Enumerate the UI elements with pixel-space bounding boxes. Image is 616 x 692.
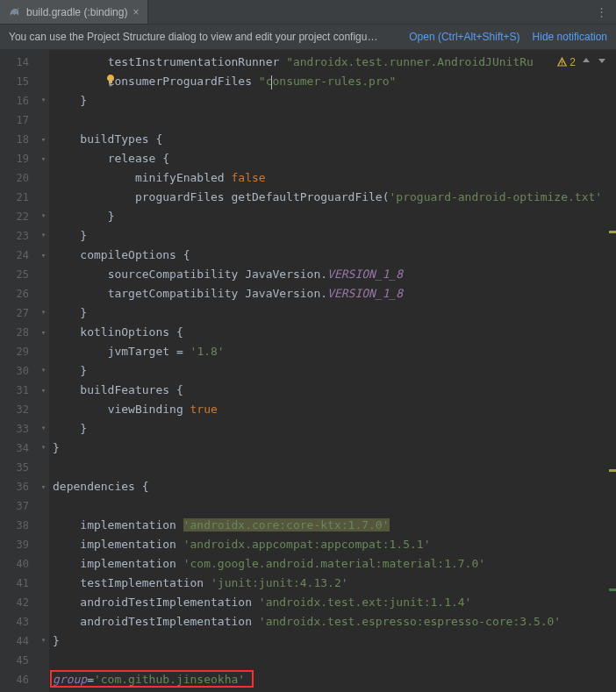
- line-number[interactable]: 14: [0, 53, 38, 72]
- line-number[interactable]: 33: [0, 419, 38, 439]
- line-number[interactable]: 31: [0, 381, 38, 400]
- fold-open-icon[interactable]: ▾: [39, 329, 47, 337]
- line-number[interactable]: 21: [0, 188, 38, 207]
- code-line[interactable]: implementation 'androidx.appcompat:appco…: [49, 535, 616, 554]
- code-line[interactable]: [49, 458, 616, 477]
- line-number[interactable]: 38: [0, 516, 38, 535]
- line-number[interactable]: 23: [0, 226, 38, 246]
- scrollbar-marker[interactable]: [609, 231, 616, 233]
- fold-cell[interactable]: [38, 554, 49, 574]
- fold-close-icon[interactable]: ▴: [39, 638, 47, 646]
- code-line[interactable]: }: [49, 226, 616, 246]
- line-number[interactable]: 44: [0, 631, 38, 651]
- code-line[interactable]: proguardFiles getDefaultProguardFile('pr…: [49, 188, 616, 207]
- fold-close-icon[interactable]: ▴: [39, 425, 47, 433]
- fold-cell[interactable]: [38, 535, 49, 554]
- editor-tab[interactable]: build.gradle (:binding) ×: [0, 0, 148, 24]
- line-number[interactable]: 28: [0, 323, 38, 342]
- line-number[interactable]: 15: [0, 72, 38, 91]
- fold-cell[interactable]: ▾: [38, 477, 49, 496]
- line-number[interactable]: 18: [0, 130, 38, 149]
- code-line[interactable]: targetCompatibility JavaVersion.VERSION_…: [49, 284, 616, 303]
- fold-cell[interactable]: ▴: [38, 361, 49, 381]
- code-line[interactable]: }: [49, 361, 616, 381]
- fold-cell[interactable]: [38, 72, 49, 91]
- line-number[interactable]: 26: [0, 284, 38, 303]
- code-line[interactable]: group='com.github.jinseokha': [49, 670, 616, 689]
- fold-open-icon[interactable]: ▾: [39, 252, 47, 260]
- line-number[interactable]: 29: [0, 342, 38, 361]
- fold-open-icon[interactable]: ▾: [39, 136, 47, 144]
- fold-close-icon[interactable]: ▴: [39, 367, 47, 375]
- fold-cell[interactable]: [38, 670, 49, 689]
- fold-cell[interactable]: [38, 400, 49, 419]
- hide-notification-link[interactable]: Hide notification: [533, 31, 607, 43]
- line-number[interactable]: 17: [0, 111, 38, 130]
- line-number[interactable]: 39: [0, 535, 38, 554]
- fold-cell[interactable]: [38, 53, 49, 72]
- open-project-structure-link[interactable]: Open (Ctrl+Alt+Shift+S): [409, 31, 519, 43]
- fold-cell[interactable]: [38, 651, 49, 670]
- scrollbar-marker[interactable]: [609, 469, 616, 472]
- line-number[interactable]: 27: [0, 303, 38, 323]
- fold-cell[interactable]: ▾: [38, 130, 49, 149]
- line-number[interactable]: 35: [0, 458, 38, 477]
- code-line[interactable]: implementation 'androidx.core:core-ktx:1…: [49, 516, 616, 535]
- fold-open-icon[interactable]: ▾: [39, 155, 47, 163]
- line-number[interactable]: 16: [0, 91, 38, 111]
- scrollbar-marker[interactable]: [609, 589, 616, 591]
- fold-close-icon[interactable]: ▴: [39, 213, 47, 221]
- close-icon[interactable]: ×: [133, 6, 139, 18]
- fold-cell[interactable]: ▾: [38, 323, 49, 342]
- code-line[interactable]: jvmTarget = '1.8': [49, 342, 616, 361]
- line-number[interactable]: 30: [0, 361, 38, 381]
- code-line[interactable]: }: [49, 631, 616, 651]
- code-line[interactable]: compileOptions {: [49, 246, 616, 265]
- editor-scrollbar[interactable]: [609, 50, 616, 692]
- code-line[interactable]: buildTypes {: [49, 130, 616, 149]
- line-number[interactable]: 43: [0, 612, 38, 631]
- fold-cell[interactable]: ▴: [38, 419, 49, 439]
- fold-cell[interactable]: ▴: [38, 207, 49, 226]
- fold-cell[interactable]: [38, 458, 49, 477]
- line-number[interactable]: 45: [0, 651, 38, 670]
- code-line[interactable]: [49, 496, 616, 516]
- fold-close-icon[interactable]: ▴: [39, 97, 47, 105]
- line-number[interactable]: 40: [0, 554, 38, 574]
- code-line[interactable]: sourceCompatibility JavaVersion.VERSION_…: [49, 265, 616, 284]
- fold-cell[interactable]: [38, 188, 49, 207]
- line-number[interactable]: 42: [0, 593, 38, 612]
- fold-cell[interactable]: [38, 342, 49, 361]
- fold-open-icon[interactable]: ▾: [39, 483, 47, 491]
- fold-cell[interactable]: [38, 612, 49, 631]
- fold-cell[interactable]: [38, 496, 49, 516]
- code-line[interactable]: kotlinOptions {: [49, 323, 616, 342]
- code-line[interactable]: }: [49, 207, 616, 226]
- code-line[interactable]: [49, 111, 616, 130]
- fold-close-icon[interactable]: ▴: [39, 445, 47, 453]
- line-number[interactable]: 32: [0, 400, 38, 419]
- code-line[interactable]: }: [49, 303, 616, 323]
- code-line[interactable]: androidTestImplementation 'androidx.test…: [49, 612, 616, 631]
- line-number[interactable]: 34: [0, 439, 38, 458]
- fold-close-icon[interactable]: ▴: [39, 310, 47, 317]
- more-icon[interactable]: ⋮: [587, 5, 616, 18]
- code-line[interactable]: testInstrumentationRunner "androidx.test…: [49, 53, 616, 72]
- fold-cell[interactable]: [38, 574, 49, 593]
- code-line[interactable]: consumerProguardFiles "consumer-rules.pr…: [49, 72, 616, 91]
- fold-cell[interactable]: ▴: [38, 439, 49, 458]
- code-line[interactable]: }: [49, 91, 616, 111]
- fold-cell[interactable]: [38, 111, 49, 130]
- code-line[interactable]: }: [49, 419, 616, 439]
- line-number[interactable]: 22: [0, 207, 38, 226]
- code-line[interactable]: buildFeatures {: [49, 381, 616, 400]
- fold-cell[interactable]: [38, 593, 49, 612]
- code-line[interactable]: }: [49, 439, 616, 458]
- line-number[interactable]: 25: [0, 265, 38, 284]
- line-number[interactable]: 24: [0, 246, 38, 265]
- fold-cell[interactable]: [38, 265, 49, 284]
- code-line[interactable]: dependencies {: [49, 477, 616, 496]
- fold-cell[interactable]: ▾: [38, 381, 49, 400]
- code-editor[interactable]: 1415161718192021222324252627282930313233…: [0, 50, 616, 692]
- line-number[interactable]: 46: [0, 670, 38, 689]
